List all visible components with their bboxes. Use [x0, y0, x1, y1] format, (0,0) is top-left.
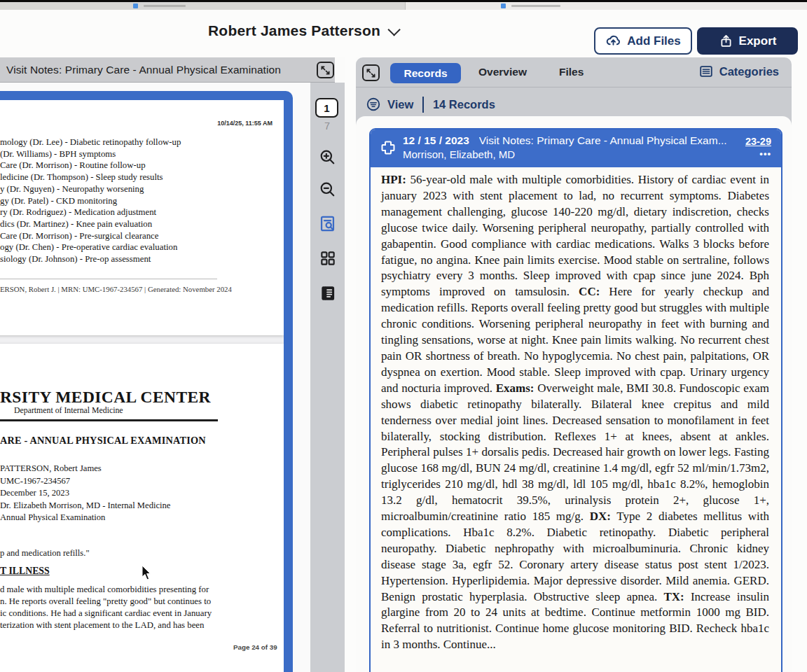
thumbnail-grid-button[interactable]	[318, 248, 337, 267]
heading-rule	[0, 419, 218, 421]
pdf-page-1[interactable]: 10/14/25, 11:55 AM mology (Dr. Lee) - Di…	[0, 100, 284, 335]
records-expand-button[interactable]	[362, 64, 380, 81]
notes-journal-icon	[319, 284, 337, 302]
patient-name-dropdown[interactable]: Robert James Patterson	[208, 22, 397, 39]
selected-document-frame: 10/14/25, 11:55 AM mology (Dr. Lee) - Di…	[0, 91, 293, 672]
categories-button[interactable]: Categories	[698, 64, 779, 79]
view-filter-icon[interactable]	[366, 97, 381, 112]
record-menu-ellipsis[interactable]: •••	[759, 148, 771, 159]
visit-history-list: mology (Dr. Lee) - Diabetic retinopathy …	[0, 136, 280, 265]
tabrow-divider	[356, 87, 792, 88]
text-line: PATTERSON, Robert James	[0, 463, 170, 475]
categories-label: Categories	[719, 65, 779, 78]
zoom-out-icon	[319, 181, 337, 199]
categories-list-icon	[698, 64, 714, 79]
department-name: Department of Internal Medicine	[14, 405, 123, 416]
section-heading: T ILLNESS	[0, 566, 50, 577]
record-count: 14 Records	[433, 98, 495, 111]
total-pages: 7	[310, 120, 344, 132]
print-timestamp: 10/14/25, 11:55 AM	[217, 120, 273, 127]
text-line: ry (Dr. Rodriguez) - Medication adjustme…	[0, 206, 280, 218]
browser-active-tab[interactable]	[405, 2, 807, 10]
record-provider: Morrison, Elizabeth, MD	[403, 148, 773, 160]
text-line: ic conditions. He had a significant card…	[0, 608, 212, 620]
tab-files[interactable]: Files	[559, 66, 584, 78]
export-button[interactable]: Export	[697, 27, 798, 55]
tab-records[interactable]: Records	[390, 63, 461, 83]
view-button[interactable]: View	[387, 98, 413, 111]
view-row: View 14 Records	[366, 92, 495, 116]
text-line: December 15, 2023	[0, 487, 170, 500]
record-body-text: HPI: 56-year-old male with multiple como…	[371, 167, 781, 653]
record-title: Visit Notes: Primary Care - Annual Physi…	[479, 134, 727, 147]
text-line: y (Dr. Nguyen) - Neuropathy worsening	[0, 183, 280, 195]
browser-tab-favicon	[501, 4, 506, 8]
text-line: gy (Dr. Patel) - CKD monitoring	[0, 195, 280, 207]
record-card[interactable]: 12 / 15 / 2023 Visit Notes: Primary Care…	[369, 128, 782, 672]
document-expand-button[interactable]	[317, 62, 334, 78]
record-card-header[interactable]: 12 / 15 / 2023 Visit Notes: Primary Care…	[371, 130, 781, 167]
text-line: Annual Physical Examination	[0, 512, 170, 524]
text-line: siology (Dr. Johnson) - Pre-op assessmen…	[0, 253, 280, 265]
patient-name: Robert James Patterson	[208, 22, 380, 39]
browser-tab-title-smudge	[144, 5, 186, 7]
document-viewer-header: Visit Notes: Primary Care - Annual Physi…	[0, 57, 335, 83]
text-line: ledicine (Dr. Thompson) - Sleep study re…	[0, 172, 280, 183]
document-search-icon	[318, 214, 337, 233]
add-files-button[interactable]: Add Files	[594, 27, 692, 55]
text-line: ogy (Dr. Chen) - Pre-operative cardiac e…	[0, 241, 280, 253]
grid-icon	[319, 249, 337, 267]
document-title: Visit Notes: Primary Care - Annual Physi…	[6, 64, 281, 76]
export-label: Export	[739, 34, 777, 48]
chevron-down-icon	[387, 23, 400, 36]
browser-tab-strip[interactable]	[0, 2, 807, 10]
chief-complaint-quote: p and medication refills."	[0, 548, 90, 559]
record-date: 12 / 15 / 2023	[403, 134, 469, 147]
hpi-paragraph-lines: d male with multiple medical comorbiditi…	[0, 584, 212, 631]
text-line: (Dr. Williams) - BPH symptoms	[0, 148, 280, 160]
add-files-label: Add Files	[627, 34, 681, 48]
panel-gap	[345, 57, 356, 672]
page-number: Page 24 of 39	[233, 643, 277, 651]
zoom-in-icon	[319, 148, 337, 167]
hospital-name: RSITY MEDICAL CENTER	[0, 388, 211, 407]
tab-overview[interactable]: Overview	[478, 66, 527, 78]
zoom-in-button[interactable]	[318, 148, 337, 167]
text-line: n. He reports overall feeling "pretty go…	[0, 596, 212, 608]
notes-button[interactable]	[318, 284, 337, 302]
page-footer-divider	[0, 279, 217, 279]
browser-tab-title-smudge	[511, 5, 560, 7]
text-line: mology (Dr. Lee) - Diabetic retinopathy …	[0, 136, 280, 148]
right-gutter	[792, 57, 807, 672]
patient-meta-lines: PATTERSON, Robert JamesUMC-1967-234567De…	[0, 463, 170, 524]
expand-icon	[366, 68, 376, 78]
document-search-button[interactable]	[318, 214, 337, 233]
browser-tab-favicon	[133, 4, 138, 8]
cloud-upload-icon	[605, 33, 621, 49]
current-page-indicator[interactable]: 1	[315, 98, 338, 118]
page-footer-text: ERSON, Robert J. | MRN: UMC-1967-234567 …	[0, 285, 232, 293]
text-line: dics (Dr. Martinez) - Knee pain evaluati…	[0, 218, 280, 230]
text-line: terization with stent placement to the L…	[0, 620, 212, 631]
app-header: Robert James Patterson Add Files Export	[0, 10, 807, 57]
zoom-out-button[interactable]	[318, 180, 337, 199]
text-line: d male with multiple medical comorbiditi…	[0, 584, 212, 596]
medical-cross-icon	[380, 139, 396, 156]
mouse-cursor	[142, 566, 154, 581]
records-panel: Records Overview Files Categories View 1…	[356, 57, 792, 672]
share-export-icon	[719, 34, 733, 48]
record-pages-badge[interactable]: 23-29	[745, 136, 771, 147]
text-line: Dr. Elizabeth Morrison, MD - Internal Me…	[0, 500, 170, 512]
text-line: Care (Dr. Morrison) - Routine follow-up	[0, 160, 280, 172]
records-list[interactable]: 12 / 15 / 2023 Visit Notes: Primary Care…	[356, 116, 792, 672]
text-line: Care (Dr. Morrison) - Pre-surgical clear…	[0, 230, 280, 242]
pdf-page-2[interactable]: RSITY MEDICAL CENTER Department of Inter…	[0, 344, 284, 672]
expand-icon	[320, 65, 331, 76]
view-divider	[422, 97, 424, 113]
text-line: UMC-1967-234567	[0, 475, 170, 488]
pdf-toolbar: 1 7	[310, 83, 345, 672]
pdf-viewer[interactable]: 10/14/25, 11:55 AM mology (Dr. Lee) - Di…	[0, 83, 310, 672]
exam-document-title: ARE - ANNUAL PHYSICAL EXAMINATION	[0, 435, 206, 447]
